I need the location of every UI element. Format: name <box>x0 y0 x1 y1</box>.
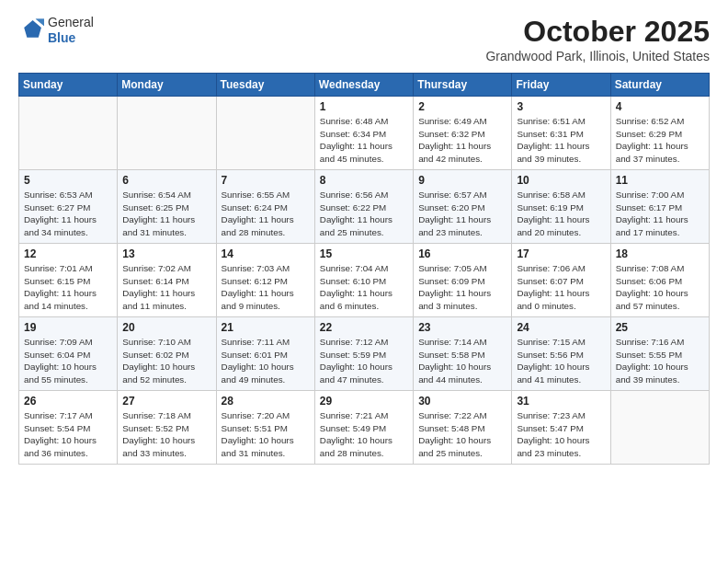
cell-info-text: Sunrise: 6:58 AM Sunset: 6:19 PM Dayligh… <box>517 189 605 239</box>
calendar-cell: 28Sunrise: 7:20 AM Sunset: 5:51 PM Dayli… <box>216 391 314 465</box>
calendar-week-0: 1Sunrise: 6:48 AM Sunset: 6:34 PM Daylig… <box>19 97 710 170</box>
calendar-week-4: 26Sunrise: 7:17 AM Sunset: 5:54 PM Dayli… <box>19 391 710 465</box>
calendar-cell <box>610 391 709 465</box>
weekday-header-sunday: Sunday <box>19 74 118 97</box>
calendar-cell: 21Sunrise: 7:11 AM Sunset: 6:01 PM Dayli… <box>216 317 314 391</box>
cell-day-number: 18 <box>616 247 704 260</box>
cell-day-number: 31 <box>517 395 605 408</box>
cell-day-number: 17 <box>517 247 605 260</box>
calendar-cell: 24Sunrise: 7:15 AM Sunset: 5:56 PM Dayli… <box>512 317 610 391</box>
cell-day-number: 13 <box>122 247 210 260</box>
logo-text: General Blue <box>48 15 94 46</box>
calendar-cell: 11Sunrise: 7:00 AM Sunset: 6:17 PM Dayli… <box>610 170 709 244</box>
cell-info-text: Sunrise: 7:11 AM Sunset: 6:01 PM Dayligh… <box>222 336 310 386</box>
cell-day-number: 30 <box>418 395 506 408</box>
cell-info-text: Sunrise: 7:00 AM Sunset: 6:17 PM Dayligh… <box>616 189 704 239</box>
cell-info-text: Sunrise: 7:10 AM Sunset: 6:02 PM Dayligh… <box>122 336 210 386</box>
cell-info-text: Sunrise: 7:23 AM Sunset: 5:47 PM Dayligh… <box>517 409 605 460</box>
cell-day-number: 1 <box>320 100 408 113</box>
location: Grandwood Park, Illinois, United States <box>485 49 710 63</box>
svg-marker-0 <box>24 20 41 38</box>
cell-day-number: 22 <box>320 321 408 334</box>
cell-info-text: Sunrise: 7:05 AM Sunset: 6:09 PM Dayligh… <box>418 262 506 313</box>
page: General Blue October 2025 Grandwood Park… <box>0 0 728 563</box>
cell-day-number: 20 <box>122 321 210 334</box>
cell-info-text: Sunrise: 7:12 AM Sunset: 5:59 PM Dayligh… <box>320 336 408 386</box>
calendar-cell: 16Sunrise: 7:05 AM Sunset: 6:09 PM Dayli… <box>414 244 512 317</box>
calendar-cell <box>19 97 118 170</box>
cell-info-text: Sunrise: 6:53 AM Sunset: 6:27 PM Dayligh… <box>24 189 112 239</box>
cell-info-text: Sunrise: 7:21 AM Sunset: 5:49 PM Dayligh… <box>320 409 408 460</box>
calendar-cell: 10Sunrise: 6:58 AM Sunset: 6:19 PM Dayli… <box>512 170 610 244</box>
cell-day-number: 26 <box>24 395 112 408</box>
cell-day-number: 10 <box>517 174 605 187</box>
cell-info-text: Sunrise: 6:51 AM Sunset: 6:31 PM Dayligh… <box>517 115 605 166</box>
calendar-table: SundayMondayTuesdayWednesdayThursdayFrid… <box>18 73 710 465</box>
logo-icon <box>18 17 44 43</box>
calendar-header: SundayMondayTuesdayWednesdayThursdayFrid… <box>19 74 710 97</box>
calendar-cell: 17Sunrise: 7:06 AM Sunset: 6:07 PM Dayli… <box>512 244 610 317</box>
cell-info-text: Sunrise: 7:14 AM Sunset: 5:58 PM Dayligh… <box>418 336 506 386</box>
cell-info-text: Sunrise: 7:01 AM Sunset: 6:15 PM Dayligh… <box>24 262 112 313</box>
cell-day-number: 25 <box>616 321 704 334</box>
header: General Blue October 2025 Grandwood Park… <box>18 15 710 63</box>
cell-info-text: Sunrise: 7:08 AM Sunset: 6:06 PM Dayligh… <box>616 262 704 313</box>
weekday-header-tuesday: Tuesday <box>216 74 314 97</box>
cell-day-number: 8 <box>320 174 408 187</box>
calendar-cell: 12Sunrise: 7:01 AM Sunset: 6:15 PM Dayli… <box>19 244 118 317</box>
calendar-cell: 7Sunrise: 6:55 AM Sunset: 6:24 PM Daylig… <box>216 170 314 244</box>
calendar-cell: 27Sunrise: 7:18 AM Sunset: 5:52 PM Dayli… <box>118 391 216 465</box>
cell-day-number: 11 <box>616 174 704 187</box>
weekday-header-wednesday: Wednesday <box>314 74 413 97</box>
calendar-cell: 25Sunrise: 7:16 AM Sunset: 5:55 PM Dayli… <box>610 317 709 391</box>
cell-info-text: Sunrise: 6:54 AM Sunset: 6:25 PM Dayligh… <box>122 189 210 239</box>
cell-day-number: 9 <box>418 174 506 187</box>
calendar-cell: 14Sunrise: 7:03 AM Sunset: 6:12 PM Dayli… <box>216 244 314 317</box>
weekday-header-friday: Friday <box>512 74 610 97</box>
calendar-cell: 19Sunrise: 7:09 AM Sunset: 6:04 PM Dayli… <box>19 317 118 391</box>
cell-info-text: Sunrise: 6:48 AM Sunset: 6:34 PM Dayligh… <box>320 115 408 166</box>
cell-day-number: 24 <box>517 321 605 334</box>
month-title: October 2025 <box>485 15 710 49</box>
calendar-cell: 31Sunrise: 7:23 AM Sunset: 5:47 PM Dayli… <box>512 391 610 465</box>
cell-day-number: 3 <box>517 100 605 113</box>
calendar-week-3: 19Sunrise: 7:09 AM Sunset: 6:04 PM Dayli… <box>19 317 710 391</box>
calendar-cell: 13Sunrise: 7:02 AM Sunset: 6:14 PM Dayli… <box>118 244 216 317</box>
cell-info-text: Sunrise: 7:03 AM Sunset: 6:12 PM Dayligh… <box>222 262 310 313</box>
cell-day-number: 5 <box>24 174 112 187</box>
weekday-header-monday: Monday <box>118 74 216 97</box>
calendar-cell: 5Sunrise: 6:53 AM Sunset: 6:27 PM Daylig… <box>19 170 118 244</box>
cell-day-number: 29 <box>320 395 408 408</box>
calendar-cell: 8Sunrise: 6:56 AM Sunset: 6:22 PM Daylig… <box>314 170 413 244</box>
calendar-cell: 30Sunrise: 7:22 AM Sunset: 5:48 PM Dayli… <box>414 391 512 465</box>
title-block: October 2025 Grandwood Park, Illinois, U… <box>485 15 710 63</box>
cell-day-number: 19 <box>24 321 112 334</box>
calendar-cell: 23Sunrise: 7:14 AM Sunset: 5:58 PM Dayli… <box>414 317 512 391</box>
cell-info-text: Sunrise: 6:52 AM Sunset: 6:29 PM Dayligh… <box>616 115 704 166</box>
calendar-cell: 20Sunrise: 7:10 AM Sunset: 6:02 PM Dayli… <box>118 317 216 391</box>
calendar-cell: 1Sunrise: 6:48 AM Sunset: 6:34 PM Daylig… <box>314 97 413 170</box>
cell-info-text: Sunrise: 7:02 AM Sunset: 6:14 PM Dayligh… <box>122 262 210 313</box>
cell-info-text: Sunrise: 7:22 AM Sunset: 5:48 PM Dayligh… <box>418 409 506 460</box>
calendar-week-2: 12Sunrise: 7:01 AM Sunset: 6:15 PM Dayli… <box>19 244 710 317</box>
calendar-cell: 3Sunrise: 6:51 AM Sunset: 6:31 PM Daylig… <box>512 97 610 170</box>
cell-day-number: 23 <box>418 321 506 334</box>
cell-day-number: 4 <box>616 100 704 113</box>
cell-info-text: Sunrise: 7:15 AM Sunset: 5:56 PM Dayligh… <box>517 336 605 386</box>
calendar-cell <box>216 97 314 170</box>
logo: General Blue <box>18 15 94 46</box>
cell-info-text: Sunrise: 7:17 AM Sunset: 5:54 PM Dayligh… <box>24 409 112 460</box>
cell-day-number: 28 <box>222 395 310 408</box>
cell-day-number: 16 <box>418 247 506 260</box>
cell-info-text: Sunrise: 7:09 AM Sunset: 6:04 PM Dayligh… <box>24 336 112 386</box>
cell-info-text: Sunrise: 7:06 AM Sunset: 6:07 PM Dayligh… <box>517 262 605 313</box>
calendar-body: 1Sunrise: 6:48 AM Sunset: 6:34 PM Daylig… <box>19 97 710 465</box>
cell-info-text: Sunrise: 6:49 AM Sunset: 6:32 PM Dayligh… <box>418 115 506 166</box>
cell-day-number: 12 <box>24 247 112 260</box>
calendar-cell: 29Sunrise: 7:21 AM Sunset: 5:49 PM Dayli… <box>314 391 413 465</box>
logo-general: General <box>48 15 94 30</box>
logo-blue: Blue <box>48 30 94 46</box>
calendar-cell: 6Sunrise: 6:54 AM Sunset: 6:25 PM Daylig… <box>118 170 216 244</box>
cell-day-number: 14 <box>222 247 310 260</box>
cell-info-text: Sunrise: 6:57 AM Sunset: 6:20 PM Dayligh… <box>418 189 506 239</box>
